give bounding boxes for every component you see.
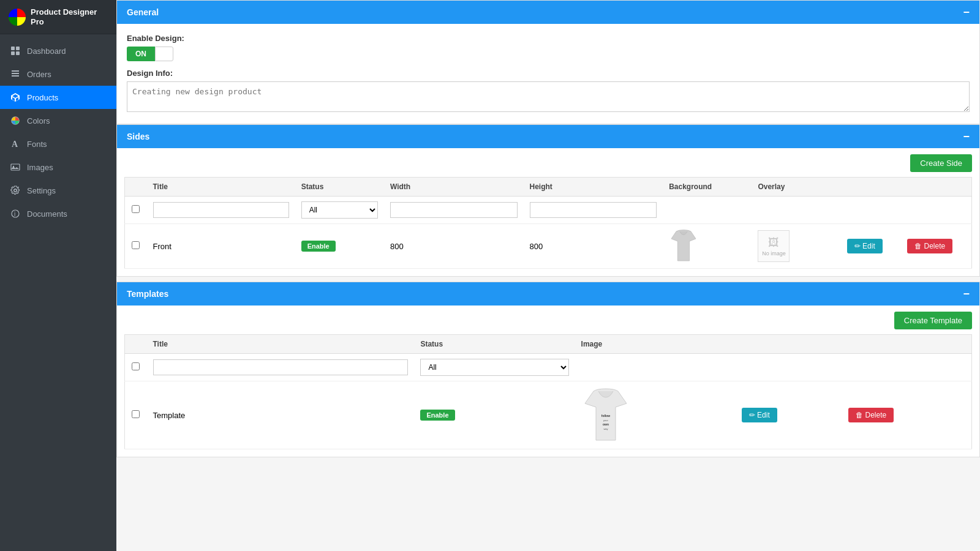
svg-text:follow: follow xyxy=(601,414,610,418)
templates-panel-title: Templates xyxy=(127,289,168,299)
sides-row1-width-cell: 800 xyxy=(384,224,524,269)
general-panel-body: Enable Design: ON Design Info: xyxy=(117,24,979,124)
templates-col-title: Title xyxy=(147,335,415,354)
sides-col-height: Height xyxy=(524,178,663,197)
general-panel-header: General − xyxy=(117,1,979,24)
templates-row1-image-cell: follow your own way xyxy=(575,381,736,449)
sides-filter-overlay-cell xyxy=(752,197,840,224)
svg-text:your: your xyxy=(603,419,608,422)
sidebar-item-settings[interactable]: Settings xyxy=(0,179,116,202)
sides-panel-title: Sides xyxy=(127,132,149,141)
sides-filter-width-input[interactable] xyxy=(390,202,518,218)
sidebar-item-orders[interactable]: Orders xyxy=(0,62,116,86)
templates-panel-body: Create Template Title Status Image xyxy=(117,305,979,457)
templates-filter-image-cell xyxy=(575,354,736,381)
templates-filter-checkbox-cell xyxy=(125,354,147,381)
sides-filter-width-cell xyxy=(384,197,524,224)
design-info-input[interactable] xyxy=(127,81,970,112)
sidebar-item-fonts[interactable]: A Fonts xyxy=(0,132,116,156)
sidebar-item-label-colors: Colors xyxy=(27,116,50,126)
status-badge: Enable xyxy=(420,410,454,421)
templates-row1-status-cell: Enable xyxy=(414,381,575,449)
create-template-button[interactable]: Create Template xyxy=(894,312,972,329)
sidebar-item-images[interactable]: Images xyxy=(0,156,116,179)
sides-filter-height-cell xyxy=(524,197,663,224)
templates-action-bar: Create Template xyxy=(117,305,979,334)
sidebar-item-products[interactable]: Products xyxy=(0,86,116,109)
sides-row1-edit-cell: ✏ Edit xyxy=(841,224,899,269)
table-row: Template Enable foll xyxy=(125,381,972,449)
sides-row1-background-image xyxy=(669,229,698,263)
sidebar-item-colors[interactable]: Colors xyxy=(0,109,116,132)
sides-filter-actions2-cell xyxy=(899,197,971,224)
sidebar-item-label-dashboard: Dashboard xyxy=(27,47,66,56)
templates-row1-delete-button[interactable]: 🗑 Delete xyxy=(848,408,894,422)
svg-text:own: own xyxy=(603,422,609,426)
sides-filter-status-select[interactable]: All xyxy=(301,201,378,219)
sides-filter-bg-cell xyxy=(663,197,752,224)
sides-row1-edit-button[interactable]: ✏ Edit xyxy=(847,239,883,253)
svg-rect-6 xyxy=(11,164,20,170)
sidebar-logo: Product Designer Pro xyxy=(0,0,116,34)
templates-row1-edit-button[interactable]: ✏ Edit xyxy=(742,408,777,422)
sides-row1-checkbox[interactable] xyxy=(132,241,140,249)
svg-text:A: A xyxy=(12,140,18,149)
templates-minimize-button[interactable]: − xyxy=(963,288,970,299)
templates-row1-edit-cell: ✏ Edit xyxy=(736,381,840,449)
dashboard-icon xyxy=(10,45,21,56)
sides-filter-row: All xyxy=(125,197,972,224)
sides-table-wrapper: Title Status Width Height Background Ove… xyxy=(117,177,979,276)
sides-col-checkbox xyxy=(125,178,147,197)
documents-icon: i xyxy=(10,208,21,219)
templates-row1-checkbox[interactable] xyxy=(132,410,140,418)
sides-filter-actions1-cell xyxy=(841,197,899,224)
templates-filter-title-cell xyxy=(147,354,415,381)
sides-row1-title-cell: Front xyxy=(147,224,295,269)
svg-rect-1 xyxy=(16,47,20,50)
main-content: General − Enable Design: ON Design Info:… xyxy=(116,0,980,551)
templates-table-wrapper: Title Status Image xyxy=(117,334,979,457)
create-side-button[interactable]: Create Side xyxy=(910,154,972,172)
sides-filter-height-input[interactable] xyxy=(530,202,657,218)
sides-col-width: Width xyxy=(384,178,524,197)
sidebar-item-documents[interactable]: i Documents xyxy=(0,202,116,225)
templates-row1-title-cell: Template xyxy=(147,381,415,449)
templates-row1-image: follow your own way xyxy=(581,386,630,444)
toggle-on-button[interactable]: ON xyxy=(127,47,155,61)
sidebar-item-label-images: Images xyxy=(27,163,53,172)
templates-row1-checkbox-cell xyxy=(125,381,147,449)
sides-row1-delete-button[interactable]: 🗑 Delete xyxy=(907,239,952,253)
sidebar-item-label-fonts: Fonts xyxy=(27,140,47,149)
general-minimize-button[interactable]: − xyxy=(963,7,970,18)
sides-col-background: Background xyxy=(663,178,752,197)
sides-filter-title-input[interactable] xyxy=(153,202,289,218)
orders-icon xyxy=(10,69,21,80)
svg-rect-2 xyxy=(11,51,15,55)
svg-text:i: i xyxy=(14,211,15,217)
sides-col-actions2 xyxy=(899,178,971,197)
sides-minimize-button[interactable]: − xyxy=(963,131,970,142)
toggle-off-button[interactable] xyxy=(155,47,173,61)
status-badge: Enable xyxy=(301,241,336,252)
templates-filter-title-input[interactable] xyxy=(153,359,409,375)
templates-row1-delete-cell: 🗑 Delete xyxy=(840,381,971,449)
products-icon xyxy=(10,92,21,103)
design-info-label: Design Info: xyxy=(127,69,970,78)
sidebar-item-label-documents: Documents xyxy=(27,209,67,219)
no-image-icon: 🖼 xyxy=(768,236,779,249)
enable-design-toggle: ON xyxy=(127,47,970,61)
templates-filter-status-cell: All xyxy=(414,354,575,381)
sidebar-item-label-orders: Orders xyxy=(27,70,51,79)
templates-filter-status-select[interactable]: All xyxy=(420,359,568,376)
sides-filter-title-cell xyxy=(147,197,295,224)
svg-rect-3 xyxy=(16,51,20,55)
sides-filter-checkbox[interactable] xyxy=(132,205,140,213)
templates-filter-row: All xyxy=(125,354,972,381)
sidebar-nav: Dashboard Orders Products Colors A Fonts xyxy=(0,34,116,551)
sidebar-item-dashboard[interactable]: Dashboard xyxy=(0,39,116,62)
sides-row1-overlay-cell: 🖼 No image xyxy=(752,224,840,269)
no-image-label: No image xyxy=(762,250,786,257)
templates-filter-checkbox[interactable] xyxy=(132,362,140,370)
enable-design-label: Enable Design: xyxy=(127,34,970,43)
svg-rect-0 xyxy=(11,47,15,50)
